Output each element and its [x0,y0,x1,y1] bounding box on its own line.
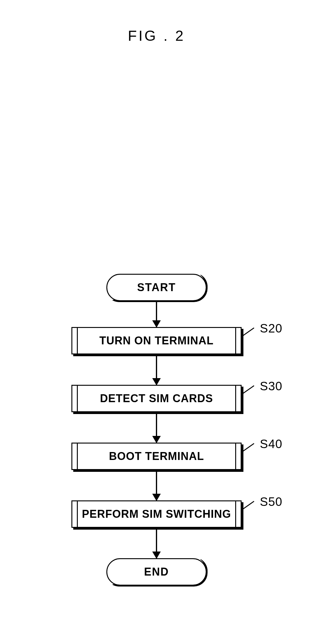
end-terminator: END [106,558,207,586]
arrow-icon [156,412,157,443]
process-box: TURN ON TERMINAL [71,327,242,354]
step-label: S30 [260,379,282,393]
end-label: END [144,566,169,578]
step-4-wrapper: PERFORM SIM SWITCHING S50 [43,500,270,528]
process-box: BOOT TERMINAL [71,443,242,470]
step-2-wrapper: DETECT SIM CARDS S30 [43,385,270,412]
process-text: DETECT SIM CARDS [100,392,213,405]
end-node-wrapper: END [43,558,270,586]
process-box: DETECT SIM CARDS [71,385,242,412]
step-3-wrapper: BOOT TERMINAL S40 [43,443,270,470]
arrow-icon [156,301,157,327]
process-box: PERFORM SIM SWITCHING [71,500,242,528]
process-text: BOOT TERMINAL [109,450,204,463]
step-label: S40 [260,437,282,451]
step-label: S50 [260,495,282,509]
arrow-icon [156,354,157,385]
start-label: START [137,281,176,294]
start-terminator: START [106,274,207,301]
start-node-wrapper: START [43,274,270,301]
arrow-icon [156,528,157,558]
flowchart-container: START TURN ON TERMINAL S20 DETECT SIM CA… [43,274,270,586]
figure-title: FIG . 2 [128,27,185,44]
arrow-icon [156,470,157,500]
step-label: S20 [260,322,282,335]
process-text: TURN ON TERMINAL [99,334,214,347]
process-text: PERFORM SIM SWITCHING [82,508,231,520]
step-1-wrapper: TURN ON TERMINAL S20 [43,327,270,354]
